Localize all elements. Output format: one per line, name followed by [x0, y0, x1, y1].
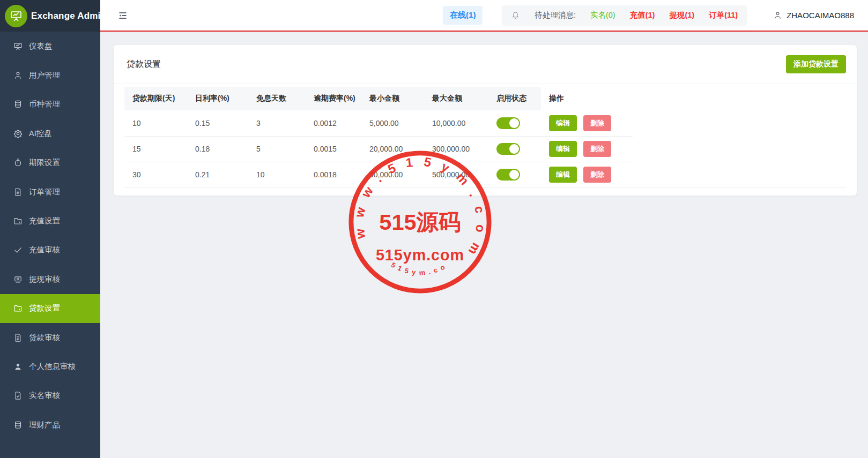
pending-badge-recharge[interactable]: 充值(1) — [630, 10, 655, 20]
column-header: 日利率(%) — [187, 87, 248, 110]
sidebar-item-label: 充值审核 — [29, 245, 60, 255]
cell-max-amount: 300,000.00 — [424, 136, 488, 162]
sidebar-item-label: 理财产品 — [29, 420, 60, 430]
check-icon — [13, 245, 23, 254]
page-title: 贷款设置 — [127, 59, 161, 70]
card-header: 贷款设置 添加贷款设置 — [114, 45, 857, 84]
username: ZHAOCAIMAO888 — [787, 11, 854, 20]
sidebar-menu: 仪表盘 用户管理 币种管理 AI控盘 期限设置 订单管理 充值设置 充值审核 — [0, 32, 100, 439]
delete-button[interactable]: 删除 — [583, 141, 611, 157]
sidebar-item-label: 币种管理 — [29, 99, 60, 109]
sidebar-item-wealth-products[interactable]: 理财产品 — [0, 410, 100, 439]
menu-fold-icon[interactable] — [117, 11, 128, 20]
sidebar-item-label: AI控盘 — [29, 129, 52, 139]
column-header: 免息天数 — [248, 87, 306, 110]
cell-daily-rate: 0.21 — [187, 162, 248, 187]
sidebar-item-order-management[interactable]: 订单管理 — [0, 177, 100, 206]
folder-icon — [13, 304, 23, 313]
loan-table-head-row: 贷款期限(天)日利率(%)免息天数逾期费率(%)最小金额最大金额启用状态操作 — [124, 87, 633, 110]
cell-min-amount: 20,000.00 — [361, 136, 424, 162]
sidebar-item-loan-settings[interactable]: 贷款设置 — [0, 294, 100, 323]
sidebar-item-loan-review[interactable]: 贷款审核 — [0, 323, 100, 352]
online-badge[interactable]: 在线(1) — [443, 6, 483, 25]
column-header: 启用状态 — [488, 87, 541, 110]
user-icon — [13, 71, 23, 80]
sidebar-item-term-settings[interactable]: 期限设置 — [0, 148, 100, 177]
topbar: 在线(1) 待处理消息: 实名(0)充值(1)提现(1)订单(11) ZHAOC… — [100, 0, 868, 32]
table-row: 30 0.21 10 0.0018 50,000.00 500,000.00 编… — [124, 162, 633, 187]
app-title: Exchange Admin — [31, 11, 106, 21]
sidebar-item-label: 贷款设置 — [29, 303, 60, 313]
toggle-knob — [509, 118, 519, 128]
pending-items: 实名(0)充值(1)提现(1)订单(11) — [590, 10, 738, 20]
sidebar-item-label: 用户管理 — [29, 70, 60, 80]
stamp-center-text: 515源码 — [379, 209, 461, 235]
loan-table: 贷款期限(天)日利率(%)免息天数逾期费率(%)最小金额最大金额启用状态操作 1… — [124, 87, 633, 187]
column-header: 逾期费率(%) — [306, 87, 361, 110]
edit-button[interactable]: 编辑 — [549, 115, 577, 131]
timer-icon — [13, 158, 23, 167]
person-fill-icon — [13, 362, 23, 371]
column-header: 最小金额 — [361, 87, 424, 110]
file-check-icon — [13, 391, 23, 400]
terminal-icon — [13, 275, 23, 284]
pending-label: 待处理消息: — [535, 10, 576, 20]
sidebar-item-realname-review[interactable]: 实名审核 — [0, 381, 100, 410]
enable-toggle[interactable] — [496, 143, 520, 155]
dashboard-icon — [13, 42, 23, 51]
sidebar-item-label: 个人信息审核 — [29, 362, 76, 372]
file-icon — [13, 187, 23, 197]
add-loan-setting-button[interactable]: 添加贷款设置 — [786, 55, 846, 73]
sidebar-item-recharge-review[interactable]: 充值审核 — [0, 236, 100, 265]
loan-table-body: 10 0.15 3 0.0012 5,000.00 10,000.00 编辑删除… — [124, 110, 633, 187]
sidebar: Exchange Admin 仪表盘 用户管理 币种管理 AI控盘 期限设置 订… — [0, 0, 100, 458]
cell-term-days: 10 — [124, 110, 187, 136]
gear-icon — [13, 129, 23, 138]
edit-button[interactable]: 编辑 — [549, 167, 577, 183]
column-header: 操作 — [541, 87, 633, 110]
delete-button[interactable]: 删除 — [583, 115, 611, 131]
toggle-knob — [509, 170, 519, 179]
cell-min-amount: 5,000.00 — [361, 110, 424, 136]
column-header: 最大金额 — [424, 87, 488, 110]
sidebar-item-dashboard[interactable]: 仪表盘 — [0, 32, 100, 61]
card-body: 贷款期限(天)日利率(%)免息天数逾期费率(%)最小金额最大金额启用状态操作 1… — [114, 84, 857, 196]
user-menu[interactable]: ZHAOCAIMAO888 — [773, 11, 854, 20]
sidebar-item-label: 贷款审核 — [29, 333, 60, 343]
sidebar-item-label: 实名审核 — [29, 391, 60, 401]
logo-band: Exchange Admin — [0, 0, 100, 32]
sidebar-item-currency-management[interactable]: 币种管理 — [0, 90, 100, 119]
sidebar-item-recharge-settings[interactable]: 充值设置 — [0, 206, 100, 235]
folder-icon — [13, 216, 23, 226]
cell-overdue-rate: 0.0018 — [306, 162, 361, 187]
sidebar-item-label: 提现审核 — [29, 274, 60, 284]
cell-daily-rate: 0.18 — [187, 136, 248, 162]
column-header: 贷款期限(天) — [124, 87, 187, 110]
cell-max-amount: 10,000.00 — [424, 110, 488, 136]
pending-badge-withdraw[interactable]: 提现(1) — [669, 10, 694, 20]
enable-toggle[interactable] — [496, 117, 520, 129]
bell-icon — [511, 11, 520, 20]
pending-badge-realname[interactable]: 实名(0) — [590, 10, 615, 20]
table-wrap: 贷款期限(天)日利率(%)免息天数逾期费率(%)最小金额最大金额启用状态操作 1… — [124, 87, 846, 188]
edit-button[interactable]: 编辑 — [549, 141, 577, 157]
sidebar-item-label: 仪表盘 — [29, 41, 53, 51]
sidebar-item-withdraw-review[interactable]: 提现审核 — [0, 265, 100, 294]
sidebar-item-profile-review[interactable]: 个人信息审核 — [0, 352, 100, 381]
cell-overdue-rate: 0.0012 — [306, 110, 361, 136]
cell-interest-free-days: 5 — [248, 136, 306, 162]
pending-badge-order[interactable]: 订单(11) — [709, 10, 738, 20]
user-icon — [773, 11, 782, 20]
sidebar-item-user-management[interactable]: 用户管理 — [0, 61, 100, 89]
loan-settings-card: 贷款设置 添加贷款设置 贷款期限(天)日利率(%)免息天数逾期费率(%)最小金额… — [114, 45, 857, 196]
database-icon — [13, 100, 23, 109]
enable-toggle[interactable] — [496, 169, 520, 181]
sidebar-item-label: 充值设置 — [29, 216, 60, 226]
delete-button[interactable]: 删除 — [583, 167, 611, 183]
pending-messages-bar: 待处理消息: 实名(0)充值(1)提现(1)订单(11) — [502, 5, 747, 26]
app-logo-icon — [5, 5, 27, 27]
sidebar-item-ai-control[interactable]: AI控盘 — [0, 119, 100, 148]
cell-min-amount: 50,000.00 — [361, 162, 424, 187]
table-row: 10 0.15 3 0.0012 5,000.00 10,000.00 编辑删除 — [124, 110, 633, 136]
cell-max-amount: 500,000.00 — [424, 162, 488, 187]
